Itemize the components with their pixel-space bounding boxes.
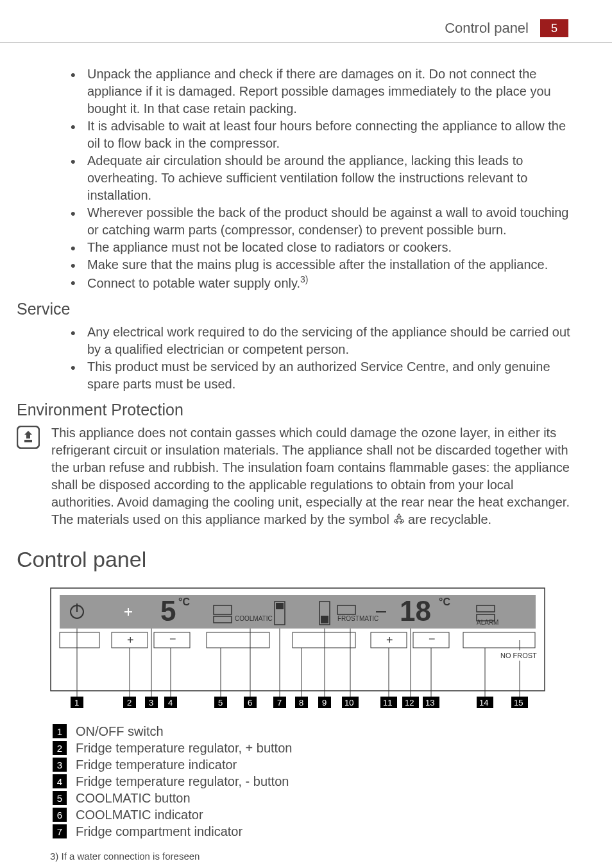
svg-rect-23: [60, 632, 99, 648]
environment-row: This appliance does not contain gasses w…: [17, 424, 577, 529]
environment-heading: Environment Protection: [17, 401, 577, 419]
svg-text:10: 10: [344, 698, 353, 707]
svg-text:6: 6: [248, 698, 252, 707]
svg-text:3: 3: [149, 698, 153, 707]
legend-item: 4 Fridge temperature regulator, - button: [53, 774, 577, 789]
legend-item: 3 Fridge temperature indicator: [53, 758, 577, 772]
safety-bullet: Wherever possible the back of the produc…: [87, 204, 577, 239]
legend-label: ON/OFF switch: [76, 724, 164, 739]
svg-text:1: 1: [74, 698, 79, 707]
legend-label: Fridge temperature regulator, - button: [76, 774, 289, 789]
svg-text:NO FROST: NO FROST: [500, 652, 537, 659]
svg-text:15: 15: [514, 698, 523, 707]
footnote-ref: 3): [300, 274, 308, 284]
control-panel-diagram: 5 °C COOLMATIC FROSTMATIC 18 °C: [50, 587, 577, 719]
legend-label: COOLMATIC indicator: [76, 808, 203, 822]
svg-text:FROSTMATIC: FROSTMATIC: [337, 615, 378, 622]
safety-bullet: Connect to potable water supply only.3): [87, 273, 577, 292]
svg-rect-29: [293, 632, 355, 648]
legend-number: 4: [53, 774, 67, 788]
svg-rect-28: [207, 632, 269, 648]
legend-label: Fridge compartment indicator: [76, 824, 242, 839]
svg-text:13: 13: [425, 698, 434, 707]
svg-text:°C: °C: [439, 596, 450, 607]
control-panel-heading: Control panel: [17, 547, 577, 572]
svg-text:4: 4: [168, 698, 173, 707]
legend-number: 5: [53, 791, 67, 805]
safety-bullet: The appliance must not be located close …: [87, 239, 577, 256]
legend-item: 6 COOLMATIC indicator: [53, 808, 577, 822]
safety-bullet-list: Unpack the appliance and check if there …: [87, 65, 577, 292]
svg-text:18: 18: [400, 595, 431, 627]
svg-text:−: −: [429, 632, 436, 645]
footnote: 3) If a water connection is foreseen: [50, 851, 577, 862]
fridge-temp-display: 5: [160, 595, 176, 627]
recycle-icon: [393, 512, 405, 529]
legend-item: 1 ON/OFF switch: [53, 724, 577, 739]
service-bullet: This product must be serviced by an auth…: [87, 358, 577, 393]
legend-label: COOLMATIC button: [76, 791, 191, 806]
header-title: Control panel: [445, 20, 529, 37]
legend-item: 2 Fridge temperature regulator, + button: [53, 741, 577, 756]
service-bullet: Any electrical work required to do the s…: [87, 324, 577, 358]
service-heading: Service: [17, 300, 577, 318]
svg-text:9: 9: [322, 698, 327, 707]
svg-rect-34: [463, 632, 535, 648]
svg-text:12: 12: [405, 698, 414, 707]
legend-label: Fridge temperature indicator: [76, 758, 237, 772]
legend-number: 1: [53, 724, 67, 738]
svg-text:+: +: [127, 634, 134, 647]
legend-number: 6: [53, 808, 67, 822]
legend-number: 2: [53, 741, 67, 755]
svg-rect-14: [321, 616, 328, 623]
environment-text: This appliance does not contain gasses w…: [51, 424, 577, 529]
legend-item: 7 Fridge compartment indicator: [53, 824, 577, 839]
service-bullet-list: Any electrical work required to do the s…: [87, 324, 577, 393]
legend-number: 3: [53, 758, 67, 772]
safety-bullet: Adequate air circulation should be aroun…: [87, 152, 577, 204]
svg-rect-12: [276, 603, 284, 609]
svg-text:2: 2: [127, 698, 132, 707]
safety-bullet: It is advisable to wait at least four ho…: [87, 117, 577, 152]
safety-bullet: Unpack the appliance and check if there …: [87, 65, 577, 117]
page-number: 5: [540, 19, 568, 37]
page-content: Unpack the appliance and check if there …: [0, 65, 612, 862]
svg-text:11: 11: [383, 698, 392, 707]
svg-text:+: +: [386, 634, 393, 647]
svg-text:°C: °C: [178, 596, 190, 607]
svg-text:8: 8: [299, 698, 303, 707]
svg-text:−: −: [169, 632, 176, 645]
svg-text:5: 5: [218, 698, 223, 707]
legend-label: Fridge temperature regulator, + button: [76, 741, 292, 756]
recycle-plug-icon: [17, 426, 40, 449]
svg-text:ALARM: ALARM: [477, 619, 498, 626]
safety-bullet: Make sure that the mains plug is accessi…: [87, 256, 577, 273]
control-panel-legend: 1 ON/OFF switch 2 Fridge temperature reg…: [53, 724, 577, 839]
page-header: Control panel 5: [0, 0, 612, 43]
legend-number: 7: [53, 824, 67, 838]
svg-text:7: 7: [277, 698, 282, 707]
legend-item: 5 COOLMATIC button: [53, 791, 577, 806]
svg-text:14: 14: [479, 698, 488, 707]
svg-text:COOLMATIC: COOLMATIC: [235, 615, 273, 622]
